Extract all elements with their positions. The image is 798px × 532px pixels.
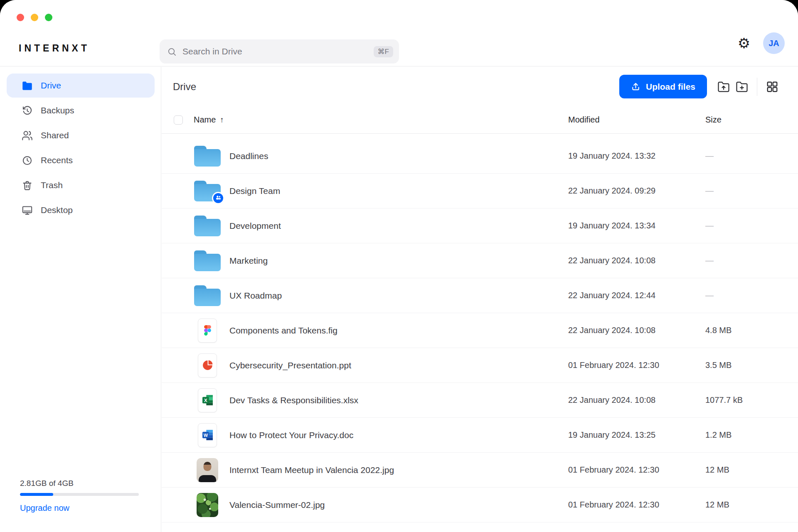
sidebar-item-shared[interactable]: Shared — [7, 123, 155, 147]
file-name: Marketing — [229, 256, 568, 266]
search-shortcut-badge: ⌘F — [374, 46, 393, 57]
sidebar-item-drive[interactable]: Drive — [7, 74, 155, 98]
file-size: 12 MB — [705, 465, 783, 475]
clock-icon — [22, 155, 33, 166]
file-modified: 01 February 2024. 12:30 — [568, 360, 705, 370]
toolbar-divider — [757, 78, 757, 96]
table-row[interactable]: X W Cybersecurity_Presentation.ppt 01 Fe… — [162, 348, 798, 383]
file-name: UX Roadmap — [229, 291, 568, 301]
sidebar-item-desktop[interactable]: Desktop — [7, 198, 155, 222]
content-toolbar: Drive Upload files — [162, 67, 798, 106]
avatar[interactable]: JA — [763, 32, 785, 54]
close-window-button[interactable] — [17, 14, 24, 21]
new-folder-icon — [736, 81, 748, 93]
column-header-size[interactable]: Size — [705, 115, 783, 125]
file-size: — — [705, 186, 783, 196]
upload-folder-button[interactable] — [714, 78, 733, 96]
grid-view-icon — [766, 81, 778, 93]
search-icon — [167, 47, 177, 56]
shared-badge — [212, 192, 224, 204]
file-name: Components and Tokens.fig — [229, 326, 568, 336]
users-icon — [22, 130, 33, 141]
new-folder-button[interactable] — [733, 78, 751, 96]
file-icon: X W — [198, 319, 217, 343]
file-name: Deadlines — [229, 151, 568, 161]
sidebar-nav: Drive Backups Shared Recents Trash Deskt… — [0, 67, 161, 222]
file-icon: X W — [198, 388, 217, 412]
file-icon: X W — [198, 353, 217, 378]
svg-text:X: X — [204, 398, 207, 403]
file-modified: 22 January 2024. 12:44 — [568, 291, 705, 300]
table-row[interactable]: X W Dev Tasks & Responsibilities.xlsx 22… — [162, 383, 798, 418]
folder-icon — [194, 285, 221, 306]
search-bar[interactable]: ⌘F — [160, 39, 399, 64]
upload-files-button[interactable]: Upload files — [619, 75, 707, 98]
upload-files-label: Upload files — [646, 82, 695, 92]
main-content: Drive Upload files — [162, 67, 798, 532]
table-row[interactable]: X W How to Protect Your Privacy.doc 19 J… — [162, 418, 798, 453]
file-size: 12 MB — [705, 500, 783, 510]
select-all-checkbox[interactable] — [174, 115, 183, 125]
file-modified: 19 January 2024. 13:32 — [568, 151, 705, 161]
monitor-icon — [22, 205, 33, 216]
folder-icon — [194, 181, 221, 201]
upload-icon — [631, 82, 640, 91]
search-input[interactable] — [182, 47, 374, 56]
image-thumbnail — [197, 493, 218, 517]
file-name: Development — [229, 221, 568, 231]
column-header-modified[interactable]: Modified — [568, 115, 705, 125]
minimize-window-button[interactable] — [31, 14, 38, 21]
table-row[interactable]: X W Development 19 January 2024. 13:34 — — [162, 208, 798, 243]
table-row[interactable]: X W Deadlines 19 January 2024. 13:32 — — [162, 139, 798, 174]
sidebar: Drive Backups Shared Recents Trash Deskt… — [0, 67, 161, 532]
file-name: Design Team — [229, 186, 568, 196]
table-row[interactable]: X W Components and Tokens.fig 22 January… — [162, 313, 798, 348]
history-icon — [22, 105, 33, 116]
window-controls — [17, 14, 52, 21]
storage-usage-text: 2.81GB of 4GB — [20, 479, 139, 488]
page-title: Drive — [173, 81, 196, 93]
folder-icon — [22, 80, 33, 91]
storage-progress-bar — [20, 493, 139, 496]
gear-icon[interactable]: ⚙ — [736, 32, 752, 54]
storage-progress-fill — [20, 493, 53, 496]
file-size: — — [705, 221, 783, 230]
file-name: How to Protect Your Privacy.doc — [229, 430, 568, 440]
file-modified: 22 January 2024. 09:29 — [568, 186, 705, 196]
file-size: 4.8 MB — [705, 326, 783, 335]
svg-text:W: W — [203, 433, 208, 438]
sidebar-item-trash[interactable]: Trash — [7, 173, 155, 197]
file-modified: 22 January 2024. 10:08 — [568, 326, 705, 335]
table-row[interactable]: X W UX Roadmap 22 January 2024. 12:44 — — [162, 278, 798, 313]
table-row[interactable]: X W Marketing 22 January 2024. 10:08 — — [162, 243, 798, 278]
file-modified: 22 January 2024. 10:08 — [568, 256, 705, 265]
file-name: Valencia-Summer-02.jpg — [229, 500, 568, 510]
word-icon: W — [202, 429, 213, 441]
zoom-window-button[interactable] — [45, 14, 52, 21]
table-row[interactable]: X W Internxt Team Meetup in Valencia 202… — [162, 453, 798, 488]
grid-view-button[interactable] — [763, 78, 781, 96]
table-row[interactable]: X W Valencia-Summer-02.jpg 01 February 2… — [162, 488, 798, 522]
trash-icon — [22, 180, 33, 191]
sidebar-item-backups[interactable]: Backups — [7, 98, 155, 123]
upgrade-now-link[interactable]: Upgrade now — [20, 503, 69, 513]
file-modified: 19 January 2024. 13:34 — [568, 221, 705, 230]
file-modified: 19 January 2024. 13:25 — [568, 430, 705, 440]
file-icon: X W — [198, 423, 217, 447]
folder-icon — [194, 146, 221, 167]
sort-arrow-icon: ↑ — [220, 115, 224, 125]
sidebar-item-recents[interactable]: Recents — [7, 148, 155, 172]
internxt-logo: INTERNXT — [19, 43, 90, 54]
file-modified: 01 February 2024. 12:30 — [568, 500, 705, 510]
file-size: 1077.7 kB — [705, 395, 783, 405]
storage-section: 2.81GB of 4GB Upgrade now — [20, 479, 139, 513]
image-thumbnail — [197, 458, 218, 482]
column-header-name[interactable]: Name ↑ — [194, 115, 568, 125]
table-header: Name ↑ Modified Size — [162, 106, 798, 134]
file-name: Cybersecurity_Presentation.ppt — [229, 360, 568, 370]
table-row[interactable]: X W Design Team 22 January 2024. 09:29 — — [162, 174, 798, 208]
upload-folder-icon — [717, 81, 730, 93]
file-modified: 22 January 2024. 10:08 — [568, 395, 705, 405]
file-size: 3.5 MB — [705, 360, 783, 370]
file-size: 1.2 MB — [705, 430, 783, 440]
